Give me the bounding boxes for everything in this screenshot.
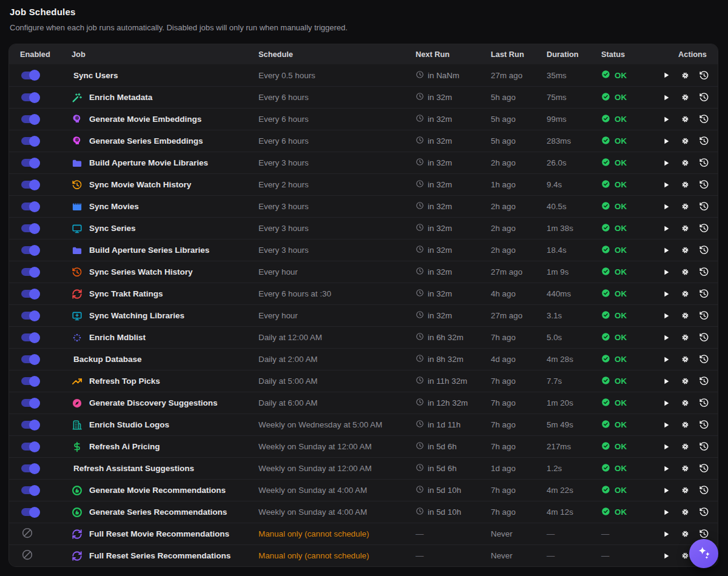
- settings-button[interactable]: [678, 483, 692, 498]
- enabled-toggle[interactable]: [21, 137, 38, 145]
- enabled-toggle[interactable]: [21, 268, 38, 276]
- last-run-text: 5h ago: [491, 136, 547, 146]
- table-row: Sync MoviesEvery 3 hoursin 32m2h ago40.5…: [9, 195, 718, 217]
- run-now-button[interactable]: [659, 527, 673, 541]
- settings-button[interactable]: [678, 505, 692, 520]
- run-history-button[interactable]: [696, 374, 711, 389]
- settings-button[interactable]: [678, 68, 692, 82]
- clock-icon: [416, 507, 424, 517]
- settings-button[interactable]: [678, 156, 692, 170]
- run-now-button[interactable]: [659, 134, 673, 149]
- run-now-button[interactable]: [659, 178, 673, 192]
- enabled-toggle[interactable]: [21, 246, 38, 254]
- settings-button[interactable]: [678, 265, 692, 280]
- run-history-button[interactable]: [696, 396, 711, 410]
- enabled-toggle[interactable]: [21, 355, 38, 363]
- run-now-button[interactable]: [659, 287, 673, 301]
- run-now-button[interactable]: [659, 156, 673, 170]
- run-history-button[interactable]: [696, 178, 711, 192]
- settings-button[interactable]: [678, 90, 692, 105]
- run-now-button[interactable]: [659, 440, 673, 454]
- run-now-button[interactable]: [659, 199, 673, 214]
- run-now-button[interactable]: [659, 68, 673, 82]
- settings-button[interactable]: [678, 330, 692, 345]
- enabled-toggle[interactable]: [21, 72, 38, 79]
- run-now-button[interactable]: [659, 483, 673, 498]
- settings-button[interactable]: [678, 374, 692, 389]
- run-history-button[interactable]: [696, 112, 711, 127]
- run-now-button[interactable]: [659, 418, 673, 432]
- enabled-toggle[interactable]: [21, 399, 38, 407]
- ai-assistant-fab[interactable]: [689, 539, 718, 568]
- enabled-toggle[interactable]: [21, 115, 38, 123]
- run-now-button[interactable]: [659, 112, 673, 127]
- enabled-toggle[interactable]: [21, 333, 38, 341]
- enabled-toggle[interactable]: [21, 93, 38, 101]
- run-history-button[interactable]: [696, 199, 711, 214]
- settings-button[interactable]: [678, 396, 692, 410]
- run-history-button[interactable]: [696, 418, 711, 432]
- run-history-button[interactable]: [696, 265, 711, 280]
- run-history-button[interactable]: [696, 483, 711, 498]
- run-now-button[interactable]: [659, 221, 673, 236]
- check-circle-icon: [601, 70, 610, 81]
- settings-button[interactable]: [678, 134, 692, 149]
- enabled-toggle[interactable]: [21, 508, 38, 516]
- settings-button[interactable]: [678, 418, 692, 432]
- settings-button[interactable]: [678, 221, 692, 236]
- settings-button[interactable]: [678, 461, 692, 476]
- enabled-toggle[interactable]: [21, 443, 38, 450]
- run-history-button[interactable]: [696, 221, 711, 236]
- run-now-button[interactable]: [659, 265, 673, 280]
- run-history-button[interactable]: [696, 287, 711, 301]
- run-history-button[interactable]: [696, 90, 711, 105]
- run-now-button[interactable]: [659, 505, 673, 520]
- run-history-button[interactable]: [696, 461, 711, 476]
- run-history-button[interactable]: [696, 330, 711, 345]
- enabled-toggle[interactable]: [21, 224, 38, 232]
- settings-button[interactable]: [678, 287, 692, 301]
- table-row: Sync Movie Watch HistoryEvery 2 hoursin …: [9, 173, 718, 195]
- run-history-button[interactable]: [696, 505, 711, 520]
- enabled-toggle[interactable]: [21, 312, 38, 320]
- page-subtitle: Configure when each job runs automatical…: [10, 23, 718, 32]
- toggle-knob: [29, 92, 40, 103]
- run-now-button[interactable]: [659, 309, 673, 323]
- enabled-toggle[interactable]: [21, 181, 38, 189]
- enabled-toggle[interactable]: [21, 377, 38, 385]
- settings-button[interactable]: [678, 527, 692, 541]
- run-now-button[interactable]: [659, 330, 673, 345]
- run-history-button[interactable]: [696, 440, 711, 454]
- run-now-button[interactable]: [659, 549, 673, 563]
- run-now-button[interactable]: [659, 90, 673, 105]
- duration-text: 4m 12s: [547, 507, 601, 517]
- run-history-button[interactable]: [696, 352, 711, 367]
- run-history-button[interactable]: [696, 134, 711, 149]
- run-history-button[interactable]: [696, 68, 711, 82]
- enabled-toggle[interactable]: [21, 486, 38, 494]
- run-history-button[interactable]: [696, 156, 711, 170]
- settings-button[interactable]: [678, 243, 692, 258]
- next-run-text: in 32m: [428, 224, 452, 233]
- settings-button[interactable]: [678, 352, 692, 367]
- enabled-toggle[interactable]: [21, 290, 38, 298]
- run-now-button[interactable]: [659, 396, 673, 410]
- settings-button[interactable]: [678, 178, 692, 192]
- duration-text: 3.1s: [547, 311, 601, 320]
- enabled-toggle[interactable]: [21, 159, 38, 167]
- settings-button[interactable]: [678, 112, 692, 127]
- enabled-toggle[interactable]: [21, 203, 38, 210]
- run-now-button[interactable]: [659, 374, 673, 389]
- status-text: OK: [615, 442, 627, 451]
- refresh-icon: [72, 551, 83, 561]
- run-now-button[interactable]: [659, 352, 673, 367]
- enabled-toggle[interactable]: [21, 464, 38, 472]
- settings-button[interactable]: [678, 199, 692, 214]
- settings-button[interactable]: [678, 309, 692, 323]
- run-history-button[interactable]: [696, 243, 711, 258]
- run-now-button[interactable]: [659, 461, 673, 476]
- run-now-button[interactable]: [659, 243, 673, 258]
- run-history-button[interactable]: [696, 309, 711, 323]
- settings-button[interactable]: [678, 440, 692, 454]
- enabled-toggle[interactable]: [21, 421, 38, 429]
